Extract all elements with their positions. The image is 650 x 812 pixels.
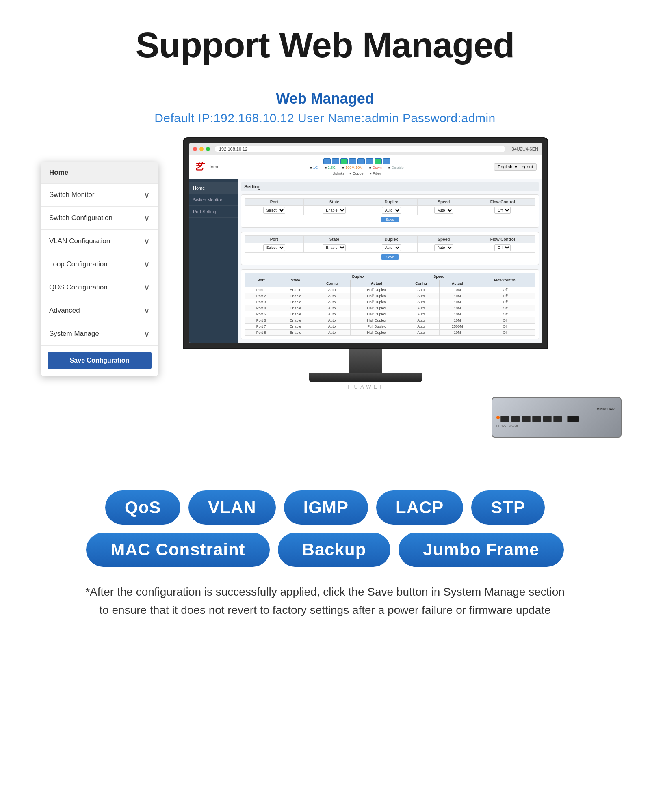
app-layout: Home Switch Monitor Port Setting Setting — [189, 179, 542, 343]
chevron-down-icon: ∨ — [144, 213, 150, 223]
monitor-brand-label: HUAWEI — [348, 384, 384, 390]
main-title: Support Web Managed — [136, 24, 515, 66]
flow-cell-2: Off — [470, 243, 535, 253]
legend-disable: ■ Disable — [388, 166, 404, 170]
sidebar-item-system-manage-label: System Manage — [49, 330, 99, 338]
table-row: Port 1 Enable Auto Half Duplex Auto 10M … — [245, 287, 535, 293]
switch-led-power — [496, 416, 500, 419]
cell-port: Port 5 — [245, 311, 277, 317]
port-block-8 — [383, 158, 390, 164]
status-table: Port State Duplex Speed Flow Control Con… — [245, 273, 535, 336]
save-configuration-button[interactable]: Save Configuration — [48, 352, 152, 369]
port-config-section-1: Port State Duplex Speed Flow Control — [241, 194, 539, 228]
table-row: Port 8 Enable Auto Half Duplex Auto 10M … — [245, 330, 535, 336]
cell-duplex-actual: Half Duplex — [350, 311, 403, 317]
port-block-4 — [349, 158, 356, 164]
lang-button[interactable]: English ▼ Logout — [494, 163, 537, 171]
state-select-1[interactable]: Enable — [323, 207, 346, 214]
switch-port-5 — [543, 416, 552, 422]
col-state-2: State — [303, 236, 365, 243]
cell-speed-actual: 2500M — [440, 324, 475, 330]
setting-title: Setting — [241, 182, 539, 191]
sidebar-item-home[interactable]: Home — [41, 162, 158, 184]
speed-select-2[interactable]: Auto — [434, 244, 453, 251]
duplex-cell-2: Auto — [365, 243, 418, 253]
duplex-select-1[interactable]: Auto — [382, 207, 401, 214]
cell-duplex-actual: Half Duplex — [350, 330, 403, 336]
minimize-dot — [199, 147, 204, 151]
feature-badge-qos: QoS — [105, 490, 180, 525]
cell-flow-control: Off — [475, 317, 535, 324]
switch-spec-label: DC 12V — [496, 425, 507, 428]
close-dot — [193, 147, 197, 151]
duplex-select-2[interactable]: Auto — [382, 244, 401, 251]
save-button-2[interactable]: Save — [381, 254, 399, 260]
chevron-down-icon: ∨ — [144, 283, 150, 292]
cell-duplex-config: Auto — [314, 311, 350, 317]
col-speed-2: Speed — [418, 236, 470, 243]
fiber-label: ● Fiber — [370, 171, 381, 175]
port-block-3 — [340, 158, 348, 164]
col-state-status: State — [277, 273, 314, 287]
col-speed-1: Speed — [418, 199, 470, 206]
state-cell-2: Enable — [303, 243, 365, 253]
monitor-screen: 192.168.10.12 34U2U4-6EN 艺 Home — [189, 143, 542, 343]
app-sidebar-home[interactable]: Home — [189, 182, 238, 194]
cell-state: Enable — [277, 299, 314, 305]
switch-model-label: GP-V28 — [508, 425, 518, 428]
port-diagram — [323, 158, 390, 164]
feature-badge-stp: STP — [471, 490, 545, 525]
port-config-table-1: Port State Duplex Speed Flow Control — [245, 198, 535, 215]
flow-select-2[interactable]: Off — [494, 244, 511, 251]
url-bar[interactable]: 192.168.10.12 — [215, 146, 505, 152]
cell-flow-control: Off — [475, 287, 535, 293]
cell-speed-config: Auto — [403, 293, 440, 299]
cell-duplex-actual: Half Duplex — [350, 305, 403, 311]
app-sidebar-switch-monitor[interactable]: Switch Monitor — [189, 194, 238, 206]
monitor-stand-neck — [349, 349, 382, 373]
table-row: Port 5 Enable Auto Half Duplex Auto 10M … — [245, 311, 535, 317]
cell-flow-control: Off — [475, 311, 535, 317]
cell-flow-control: Off — [475, 305, 535, 311]
cell-speed-actual: 10M — [440, 305, 475, 311]
col-port-2: Port — [245, 236, 304, 243]
duplex-cell-1: Auto — [365, 206, 418, 215]
chevron-down-icon: ∨ — [144, 259, 150, 269]
cell-duplex-actual: Half Duplex — [350, 299, 403, 305]
legend-1g: ■ 1G — [310, 166, 318, 170]
sidebar-item-switch-monitor[interactable]: Switch Monitor ∨ — [41, 184, 158, 207]
sidebar-item-system-manage[interactable]: System Manage ∨ — [41, 322, 158, 346]
speed-select-1[interactable]: Auto — [434, 207, 453, 214]
port-select-1[interactable]: Select — [263, 207, 285, 214]
switch-port-2 — [511, 416, 520, 422]
table-row: Port 4 Enable Auto Half Duplex Auto 10M … — [245, 305, 535, 311]
col-port-status: Port — [245, 273, 277, 287]
cell-port: Port 7 — [245, 324, 277, 330]
cell-duplex-actual: Half Duplex — [350, 293, 403, 299]
app-sidebar-port-setting[interactable]: Port Setting — [189, 206, 238, 218]
port-select-2[interactable]: Select — [263, 244, 285, 251]
features-row-1: QoS VLAN IGMP LACP STP — [105, 490, 545, 525]
sidebar-item-vlan-configuration[interactable]: VLAN Configuration ∨ — [41, 230, 158, 253]
home-nav-label[interactable]: Home — [208, 164, 219, 169]
port-block-5 — [358, 158, 365, 164]
web-managed-label: Web Managed — [154, 90, 496, 107]
state-select-2[interactable]: Enable — [323, 244, 346, 251]
cell-flow-control: Off — [475, 299, 535, 305]
web-managed-info: Default IP:192.168.10.12 User Name:admin… — [154, 111, 496, 125]
table-row: Port 6 Enable Auto Half Duplex Auto 10M … — [245, 317, 535, 324]
switch-port-6 — [553, 416, 562, 422]
col-duplex-2: Duplex — [365, 236, 418, 243]
save-button-1[interactable]: Save — [381, 217, 399, 222]
port-config-section-2: Port State Duplex Speed Flow Control — [241, 232, 539, 265]
table-row: Port 2 Enable Auto Half Duplex Auto 10M … — [245, 293, 535, 299]
legend-down: ■ Down — [369, 166, 382, 170]
flow-select-1[interactable]: Off — [494, 207, 511, 214]
sidebar-item-advanced[interactable]: Advanced ∨ — [41, 299, 158, 322]
switch-ports-row — [500, 416, 579, 422]
sidebar-item-switch-configuration[interactable]: Switch Configuration ∨ — [41, 207, 158, 230]
sidebar-item-advanced-label: Advanced — [49, 307, 80, 315]
sidebar-item-vlan-configuration-label: VLAN Configuration — [49, 237, 110, 245]
sidebar-item-loop-configuration[interactable]: Loop Configuration ∨ — [41, 253, 158, 276]
sidebar-item-qos-configuration[interactable]: QOS Configuration ∨ — [41, 276, 158, 299]
